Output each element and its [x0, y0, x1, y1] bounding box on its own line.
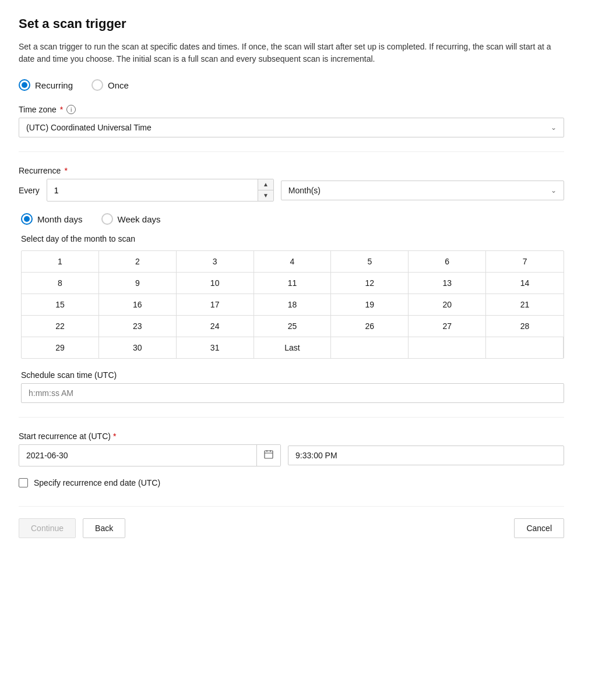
required-indicator-2: *	[64, 166, 67, 175]
cal-day-6[interactable]: 6	[409, 251, 486, 272]
week-days-label: Week days	[118, 214, 161, 224]
cal-day-25[interactable]: 25	[254, 316, 332, 337]
cal-day-12[interactable]: 12	[331, 273, 409, 294]
once-radio[interactable]	[91, 79, 103, 91]
date-input-wrap: 2021-06-30	[19, 444, 281, 466]
cal-day-16[interactable]: 16	[99, 294, 177, 315]
interval-spinner[interactable]: 1 ▲ ▼	[47, 179, 274, 201]
cal-day-24[interactable]: 24	[177, 316, 254, 337]
recurring-option[interactable]: Recurring	[19, 79, 73, 91]
select-day-label: Select day of the month to scan	[21, 234, 564, 243]
timezone-info-icon[interactable]: i	[66, 105, 76, 114]
calendar-row-5: 29 30 31 Last	[22, 337, 564, 358]
timezone-field: Time zone * i (UTC) Coordinated Universa…	[19, 105, 564, 137]
cal-day-13[interactable]: 13	[409, 273, 486, 294]
start-recurrence-label: Start recurrence at (UTC) *	[19, 432, 564, 441]
day-type-group: Month days Week days	[21, 213, 564, 225]
schedule-time-input[interactable]	[21, 383, 564, 403]
page-title: Set a scan trigger	[19, 16, 564, 31]
cal-day-7[interactable]: 7	[486, 251, 564, 272]
cal-day-1[interactable]: 1	[22, 251, 99, 272]
divider-1	[19, 151, 564, 152]
spinner-up-button[interactable]: ▲	[258, 179, 273, 190]
cal-empty-1	[331, 337, 409, 358]
cal-day-15[interactable]: 15	[22, 294, 99, 315]
cal-day-23[interactable]: 23	[99, 316, 177, 337]
recurring-radio[interactable]	[19, 79, 30, 91]
footer-buttons: Continue Back Cancel	[19, 506, 564, 538]
cal-day-19[interactable]: 19	[331, 294, 409, 315]
month-days-option[interactable]: Month days	[21, 213, 83, 225]
spinner-buttons: ▲ ▼	[258, 179, 273, 201]
footer-left-buttons: Continue Back	[19, 518, 125, 538]
week-days-option[interactable]: Week days	[101, 213, 161, 225]
cal-day-10[interactable]: 10	[177, 273, 254, 294]
required-indicator-3: *	[113, 432, 116, 441]
cal-empty-2	[409, 337, 486, 358]
cal-day-3[interactable]: 3	[177, 251, 254, 272]
date-input[interactable]: 2021-06-30	[19, 446, 256, 465]
cal-day-11[interactable]: 11	[254, 273, 332, 294]
cal-day-18[interactable]: 18	[254, 294, 332, 315]
continue-button[interactable]: Continue	[19, 518, 76, 538]
cal-day-last[interactable]: Last	[254, 337, 332, 358]
once-option[interactable]: Once	[91, 79, 129, 91]
chevron-down-icon-2: ⌄	[551, 186, 557, 195]
timezone-value: (UTC) Coordinated Universal Time	[26, 123, 152, 132]
cal-day-8[interactable]: 8	[22, 273, 99, 294]
divider-2	[19, 417, 564, 418]
week-days-radio[interactable]	[101, 213, 113, 225]
chevron-down-icon: ⌄	[551, 123, 557, 132]
cal-day-5[interactable]: 5	[331, 251, 409, 272]
recurrence-section: Recurrence * Every 1 ▲ ▼ Month(s) ⌄ Mont…	[19, 166, 564, 403]
calendar-row-4: 22 23 24 25 26 27 28	[22, 316, 564, 337]
calendar-row-2: 8 9 10 11 12 13 14	[22, 273, 564, 294]
cal-day-4[interactable]: 4	[254, 251, 332, 272]
cal-day-30[interactable]: 30	[99, 337, 177, 358]
once-label: Once	[108, 80, 129, 90]
month-days-radio[interactable]	[21, 213, 33, 225]
cal-day-21[interactable]: 21	[486, 294, 564, 315]
start-recurrence-field: Start recurrence at (UTC) * 2021-06-30 9…	[19, 432, 564, 466]
recurrence-label: Recurrence *	[19, 166, 564, 175]
cal-day-14[interactable]: 14	[486, 273, 564, 294]
timezone-label: Time zone * i	[19, 105, 564, 114]
schedule-label: Schedule scan time (UTC)	[21, 370, 564, 380]
cal-day-26[interactable]: 26	[331, 316, 409, 337]
interval-input[interactable]: 1	[47, 181, 258, 200]
timezone-dropdown[interactable]: (UTC) Coordinated Universal Time ⌄	[19, 118, 564, 137]
every-label: Every	[19, 186, 40, 195]
cal-day-20[interactable]: 20	[409, 294, 486, 315]
cal-day-22[interactable]: 22	[22, 316, 99, 337]
cal-day-31[interactable]: 31	[177, 337, 254, 358]
period-value: Month(s)	[288, 186, 321, 195]
period-dropdown[interactable]: Month(s) ⌄	[281, 181, 564, 200]
back-button[interactable]: Back	[83, 518, 125, 538]
cal-empty-3	[486, 337, 564, 358]
cal-day-2[interactable]: 2	[99, 251, 177, 272]
recurring-label: Recurring	[35, 80, 73, 90]
cal-day-27[interactable]: 27	[409, 316, 486, 337]
calendar-icon-button[interactable]	[256, 445, 280, 466]
page-description: Set a scan trigger to run the scan at sp…	[19, 41, 564, 65]
calendar-row-3: 15 16 17 18 19 20 21	[22, 294, 564, 316]
end-date-row: Specify recurrence end date (UTC)	[19, 478, 564, 487]
end-date-label: Specify recurrence end date (UTC)	[34, 478, 160, 487]
cal-day-28[interactable]: 28	[486, 316, 564, 337]
calendar-icon	[264, 450, 273, 459]
calendar-row-1: 1 2 3 4 5 6 7	[22, 251, 564, 273]
trigger-type-group: Recurring Once	[19, 79, 564, 91]
end-date-checkbox[interactable]	[19, 478, 28, 487]
start-time-input[interactable]: 9:33:00 PM	[288, 446, 564, 465]
start-recurrence-row: 2021-06-30 9:33:00 PM	[19, 444, 564, 466]
calendar-grid: 1 2 3 4 5 6 7 8 9 10 11 12 13 14 15 16 1…	[21, 250, 564, 359]
recurrence-row: Every 1 ▲ ▼ Month(s) ⌄	[19, 179, 564, 201]
required-indicator: *	[60, 105, 63, 114]
spinner-down-button[interactable]: ▼	[258, 190, 273, 201]
cal-day-29[interactable]: 29	[22, 337, 99, 358]
cal-day-17[interactable]: 17	[177, 294, 254, 315]
cal-day-9[interactable]: 9	[99, 273, 177, 294]
month-days-label: Month days	[37, 214, 83, 224]
svg-rect-0	[265, 451, 273, 458]
cancel-button[interactable]: Cancel	[514, 518, 564, 538]
